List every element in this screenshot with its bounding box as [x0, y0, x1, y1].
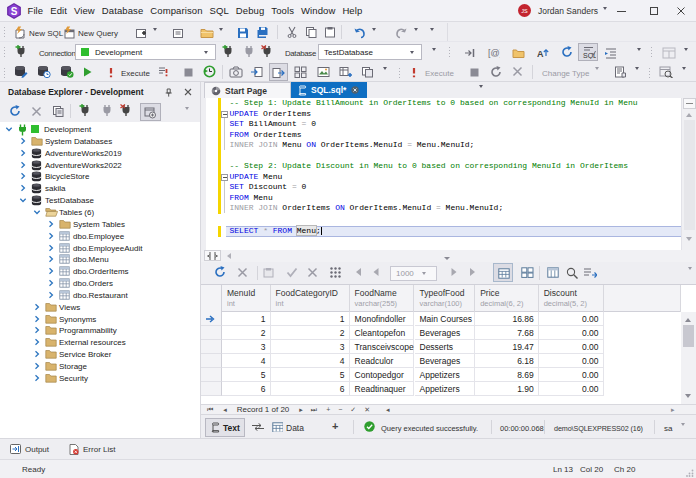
svg-text:[@]: [@] — [488, 48, 500, 58]
svg-text:A: A — [537, 49, 544, 59]
svg-text:S: S — [11, 6, 18, 17]
